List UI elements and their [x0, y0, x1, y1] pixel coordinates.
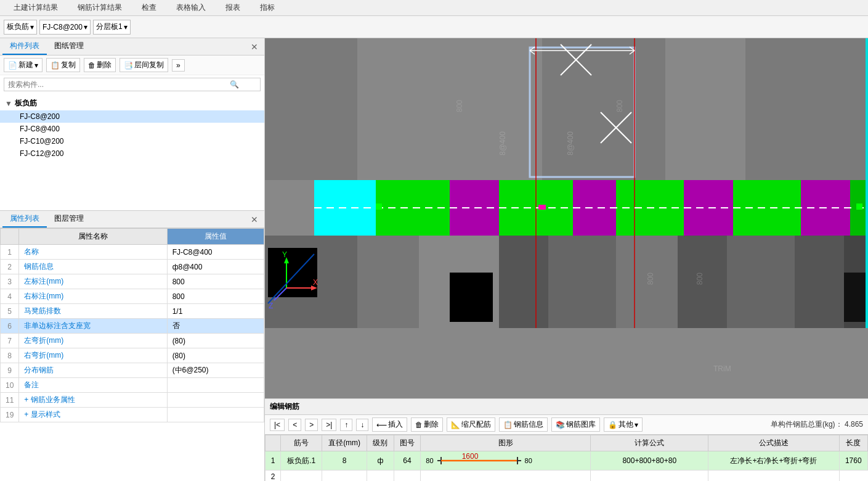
delete-icon: 🗑 — [88, 61, 95, 70]
nav-last-button[interactable]: >| — [322, 419, 336, 431]
tree-item-1[interactable]: FJ-C8@400 — [0, 123, 264, 135]
rebar-row-formula: 800+800+80+80 — [591, 451, 708, 471]
dropdown-layer[interactable]: 分层板1 ▾ — [93, 20, 131, 35]
search-input[interactable] — [4, 78, 226, 91]
prop-row-value[interactable]: (80) — [167, 348, 264, 363]
nav-civil-results[interactable]: 土建计算结果 — [4, 0, 68, 15]
left-panel: 构件列表 图纸管理 ✕ 📄 新建 ▾ 📋 复制 🗑 删除 — [0, 38, 265, 481]
props-panel-close[interactable]: ✕ — [247, 213, 262, 226]
svg-rect-23 — [727, 236, 795, 328]
prop-row-value[interactable]: FJ-C8@400 — [167, 245, 264, 260]
svg-rect-52 — [866, 38, 868, 328]
nav-prev-button[interactable]: < — [288, 419, 301, 431]
copy-button[interactable]: 📋 复制 — [46, 58, 80, 72]
rebar-info-label: 钢筋信息 — [514, 419, 543, 430]
canvas-svg: 8@400 8@400 800 800 800 800 TRiM Y — [265, 38, 868, 398]
prop-row-value[interactable]: 1/1 — [167, 304, 264, 319]
prop-row-value[interactable]: ф8@400 — [167, 260, 264, 274]
more-button[interactable]: » — [172, 59, 185, 72]
rebar-info-button[interactable]: 📋 钢筋信息 — [499, 417, 548, 432]
dropdown-element[interactable]: FJ-C8@200 ▾ — [39, 20, 91, 35]
comp-panel-close[interactable]: ✕ — [247, 41, 262, 53]
svg-text:800: 800 — [455, 100, 464, 112]
nav-first-button[interactable]: |< — [270, 419, 285, 431]
rebar-row-id: 板负筋.1 — [281, 451, 322, 471]
rebar-delete-label: 删除 — [424, 419, 439, 430]
prop-row-num: 2 — [1, 260, 19, 274]
dropdown-arrow-icon: ▾ — [30, 23, 34, 31]
scale-label: 缩尺配筋 — [461, 419, 491, 430]
svg-rect-17 — [357, 236, 419, 328]
prop-row-name: 左弯折(mm) — [19, 334, 167, 348]
other-label: 其他 — [619, 419, 633, 430]
right-area: 8@400 8@400 800 800 800 800 TRiM Y — [265, 38, 868, 481]
insert-label: 插入 — [388, 419, 403, 430]
nav-report[interactable]: 报表 — [216, 0, 250, 15]
tab-layer-management[interactable]: 图层管理 — [47, 211, 91, 228]
prop-row-num: 1 — [1, 245, 19, 260]
prop-row-value[interactable]: (中6@250) — [167, 363, 264, 378]
nav-table-input[interactable]: 表格输入 — [166, 0, 216, 15]
svg-rect-26 — [450, 273, 493, 322]
prop-row-value[interactable] — [167, 378, 264, 393]
tab-component-list[interactable]: 构件列表 — [2, 38, 47, 55]
canvas-viewport[interactable]: 8@400 8@400 800 800 800 800 TRiM Y — [265, 38, 868, 398]
tree-item-0[interactable]: FJ-C8@200 — [0, 110, 264, 123]
rebar-table-wrapper: 筋号 直径(mm) 级别 图号 图形 计算公式 公式描述 长度 1板负筋.18ф… — [265, 435, 868, 481]
tab-attributes[interactable]: 属性列表 — [2, 211, 47, 228]
svg-rect-5 — [745, 38, 868, 180]
other-arrow: ▾ — [635, 421, 638, 429]
weight-label-text: 单构件钢筋总重(kg)： — [771, 420, 843, 429]
tree-item-3[interactable]: FJ-C12@200 — [0, 147, 264, 160]
props-table-wrapper: 属性名称 属性值 1名称FJ-C8@4002钢筋信息ф8@4003左标注(mm)… — [0, 228, 264, 422]
search-icon: 🔍 — [226, 78, 243, 91]
dropdown-category[interactable]: 板负筋 ▾ — [4, 20, 37, 35]
svg-text:1600: 1600 — [461, 453, 478, 461]
prop-row-num: 8 — [1, 348, 19, 363]
nav-next-button[interactable]: > — [305, 419, 318, 431]
other-button[interactable]: 🔒 其他 ▾ — [604, 417, 643, 432]
tree-item-label-2: FJ-C10@200 — [20, 137, 64, 146]
new-button[interactable]: 📄 新建 ▾ — [4, 58, 43, 72]
prop-row-value[interactable]: 800 — [167, 289, 264, 304]
prop-row-name: 左标注(mm) — [19, 274, 167, 289]
rebar-delete-button[interactable]: 🗑 删除 — [411, 417, 443, 432]
rebar-col-num — [266, 435, 281, 451]
move-down-button[interactable]: ↓ — [356, 419, 368, 431]
prop-row-name: 马凳筋排数 — [19, 304, 167, 319]
svg-rect-53 — [268, 248, 317, 297]
layer-copy-button[interactable]: 📑 层间复制 — [120, 58, 168, 72]
tree-root-item[interactable]: ▼ 板负筋 — [0, 96, 264, 110]
svg-text:800: 800 — [696, 273, 704, 285]
rebar-empty-cell — [591, 471, 708, 482]
prop-row-value[interactable] — [167, 393, 264, 408]
main-layout: 构件列表 图纸管理 ✕ 📄 新建 ▾ 📋 复制 🗑 删除 — [0, 38, 868, 481]
move-up-button[interactable]: ↑ — [340, 419, 352, 431]
tree-item-2[interactable]: FJ-C10@200 — [0, 135, 264, 147]
prop-row-num: 9 — [1, 363, 19, 378]
expand-icon[interactable]: + — [24, 410, 28, 419]
nav-check[interactable]: 检查 — [132, 0, 166, 15]
prop-row-value[interactable]: 800 — [167, 274, 264, 289]
prop-row-value[interactable] — [167, 408, 264, 422]
nav-rebar-results[interactable]: 钢筋计算结果 — [68, 0, 132, 15]
rebar-col-id: 筋号 — [281, 435, 322, 451]
insert-icon: ⟵ — [376, 421, 387, 429]
rebar-col-length: 长度 — [839, 435, 867, 451]
tab-drawing-management[interactable]: 图纸管理 — [47, 38, 91, 55]
rebar-lib-button[interactable]: 📚 钢筋图库 — [551, 417, 600, 432]
new-label: 新建 — [18, 60, 33, 70]
new-icon: 📄 — [8, 61, 17, 70]
tree-item-label-0: FJ-C8@200 — [20, 112, 60, 121]
bottom-section-header: 编辑钢筋 — [265, 399, 868, 415]
prop-row-value[interactable]: 否 — [167, 319, 264, 334]
insert-button[interactable]: ⟵ 插入 — [372, 417, 407, 432]
nav-indicator[interactable]: 指标 — [250, 0, 285, 15]
rebar-lib-icon: 📚 — [556, 421, 565, 429]
rebar-empty-num: 2 — [266, 471, 281, 482]
prop-row-value[interactable]: (80) — [167, 334, 264, 348]
expand-icon[interactable]: + — [24, 395, 28, 404]
scale-button[interactable]: 📐 缩尺配筋 — [447, 417, 495, 432]
delete-button[interactable]: 🗑 删除 — [84, 58, 116, 72]
weight-value: 4.865 — [845, 420, 863, 429]
